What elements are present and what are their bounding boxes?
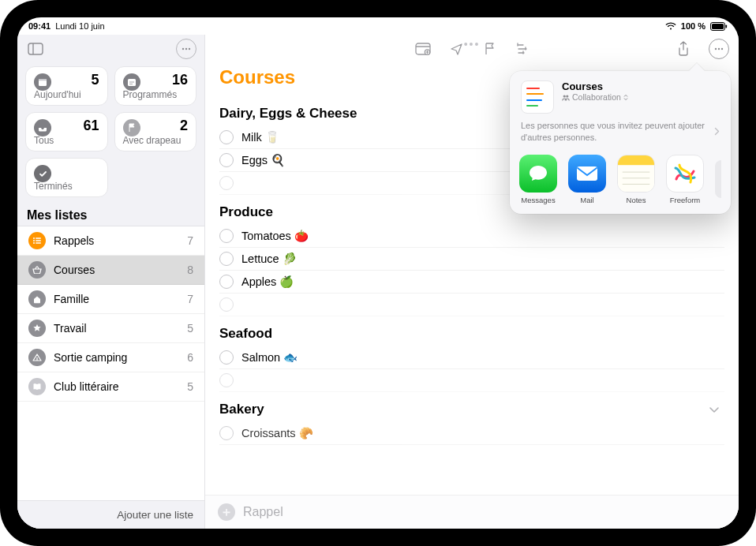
- svg-rect-19: [36, 240, 41, 241]
- list-row-rappels[interactable]: Rappels 7: [17, 226, 204, 256]
- list-count: 8: [187, 264, 193, 276]
- smart-scheduled-label: Programmés: [123, 89, 189, 100]
- smart-flagged[interactable]: 2 Avec drapeau: [114, 112, 197, 151]
- sidebar-more-button[interactable]: [176, 39, 196, 59]
- smart-scheduled[interactable]: 16 Programmés: [114, 66, 197, 106]
- share-app-freeform[interactable]: Freeform: [666, 155, 704, 204]
- svg-rect-2: [726, 24, 728, 28]
- calendar-today-icon: [34, 73, 51, 91]
- reminder-text: Salmon 🐟: [241, 351, 298, 365]
- reminder-row[interactable]: Tomatoes 🍅: [219, 225, 724, 248]
- add-list-button[interactable]: Ajouter une liste: [17, 500, 204, 529]
- checkbox-icon[interactable]: [219, 130, 234, 144]
- chevron-down-icon: [709, 406, 720, 413]
- share-mode-button[interactable]: Collaboration: [562, 92, 628, 102]
- share-mode-label: Collaboration: [572, 92, 621, 102]
- toggle-sidebar-button[interactable]: [25, 41, 46, 57]
- svg-point-27: [721, 48, 723, 50]
- list-name: Travail: [54, 322, 179, 335]
- smart-completed[interactable]: Terminés: [25, 158, 108, 197]
- reminder-row[interactable]: Apples 🍏: [219, 271, 724, 294]
- list-row-camping[interactable]: Sortie camping 6: [17, 343, 204, 372]
- list-name: Sortie camping: [54, 351, 179, 364]
- smart-flagged-count: 2: [180, 118, 188, 134]
- share-app-mail[interactable]: Mail: [568, 155, 606, 204]
- reminder-row[interactable]: Salmon 🐟: [219, 346, 724, 369]
- checkbox-icon[interactable]: [219, 229, 234, 243]
- svg-rect-30: [577, 166, 597, 181]
- new-reminder-bar[interactable]: ＋ Rappel: [205, 495, 739, 529]
- section-name: Bakery: [219, 402, 264, 417]
- battery-icon: [710, 22, 728, 31]
- my-lists-header: Mes listes: [17, 204, 204, 226]
- share-button[interactable]: [676, 41, 691, 57]
- smart-today-count: 5: [91, 72, 99, 88]
- checkbox-icon[interactable]: [219, 252, 234, 266]
- svg-point-15: [131, 84, 133, 85]
- share-permissions-row[interactable]: Les personnes que vous invitez peuvent a…: [510, 120, 731, 151]
- mail-icon: [568, 155, 606, 193]
- flag-button[interactable]: [481, 41, 497, 57]
- share-app-notes[interactable]: Notes: [617, 155, 655, 204]
- svg-rect-3: [28, 43, 43, 54]
- reminder-text: Tomatoes 🍅: [241, 230, 309, 243]
- tray-icon: [34, 119, 51, 136]
- reminder-text: Croissants 🥐: [241, 427, 313, 440]
- svg-point-14: [129, 84, 131, 85]
- plus-icon: ＋: [218, 503, 235, 521]
- share-thumbnail-icon: [521, 80, 554, 114]
- svg-point-12: [131, 81, 133, 83]
- ipad-device-frame: 09:41 Lundi 10 juin 100 %: [0, 0, 756, 546]
- location-arrow-icon[interactable]: [448, 41, 464, 57]
- share-app-label: Freeform: [670, 196, 701, 204]
- smart-all-count: 61: [83, 118, 99, 134]
- checkmark-icon: [34, 165, 51, 182]
- notes-icon: [617, 155, 655, 193]
- reminder-row[interactable]: Croissants 🥐: [219, 422, 724, 445]
- checkbox-icon[interactable]: [219, 426, 234, 440]
- smart-today[interactable]: 5 Aujourd'hui: [25, 66, 108, 106]
- list-count: 5: [187, 380, 193, 393]
- wifi-icon: [665, 22, 676, 30]
- list-row-famille[interactable]: Famille 7: [17, 285, 204, 314]
- reminder-row-empty[interactable]: [219, 369, 724, 392]
- svg-point-20: [33, 242, 35, 244]
- share-apps-overflow[interactable]: [715, 160, 721, 198]
- share-sheet: Courses Collaboration Les personnes que …: [510, 71, 731, 214]
- svg-point-11: [129, 81, 131, 83]
- reminder-row[interactable]: Lettuce 🥬: [219, 248, 724, 271]
- book-icon: [28, 378, 46, 395]
- list-count: 7: [187, 234, 193, 247]
- checkbox-icon[interactable]: [219, 153, 234, 167]
- svg-rect-1: [712, 24, 724, 29]
- checkbox-icon[interactable]: [219, 350, 234, 365]
- list-count: 5: [187, 322, 193, 335]
- list-row-travail[interactable]: Travail 5: [17, 314, 204, 343]
- reminder-row-empty[interactable]: [219, 294, 724, 316]
- calendar-icon: [123, 73, 140, 91]
- share-app-messages[interactable]: Messages: [519, 155, 557, 204]
- smart-all[interactable]: 61 Tous: [25, 112, 108, 151]
- svg-point-18: [33, 240, 35, 241]
- tag-button[interactable]: [515, 41, 530, 57]
- checkbox-icon[interactable]: [219, 275, 234, 289]
- section-header[interactable]: Bakery: [219, 392, 724, 422]
- house-icon: [28, 290, 46, 308]
- smart-scheduled-count: 16: [172, 72, 188, 88]
- reminder-text: Lettuce 🥬: [241, 252, 297, 266]
- checkbox-icon[interactable]: [219, 297, 234, 312]
- list-row-courses[interactable]: Courses 8: [17, 256, 204, 285]
- multitask-handle-icon[interactable]: •••: [464, 38, 481, 50]
- svg-point-5: [182, 48, 184, 50]
- share-app-label: Mail: [580, 196, 593, 204]
- reminder-text: Milk 🥛: [241, 131, 279, 144]
- screen: 09:41 Lundi 10 juin 100 %: [17, 17, 739, 529]
- svg-point-25: [715, 48, 717, 50]
- svg-point-28: [563, 95, 566, 97]
- share-apps-row: Messages Mail Notes: [510, 151, 731, 204]
- template-button[interactable]: [415, 41, 431, 57]
- more-button[interactable]: [709, 39, 729, 59]
- checkbox-icon[interactable]: [219, 176, 234, 190]
- checkbox-icon[interactable]: [219, 373, 234, 387]
- list-row-club[interactable]: Club littéraire 5: [17, 372, 204, 402]
